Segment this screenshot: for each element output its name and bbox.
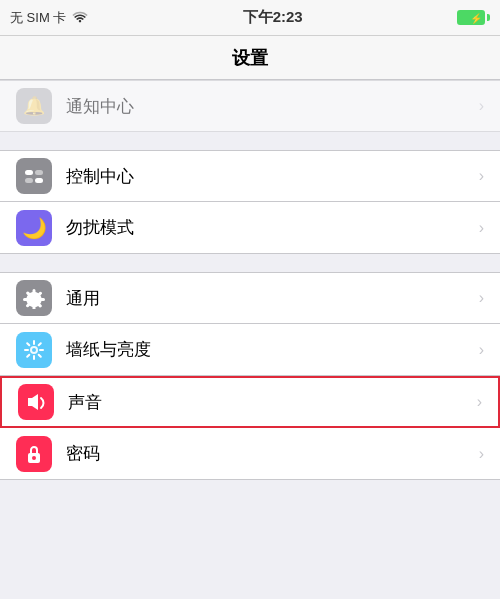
do-not-disturb-icon: 🌙 bbox=[16, 210, 52, 246]
list-item-do-not-disturb[interactable]: 🌙 勿扰模式 › bbox=[0, 202, 500, 254]
svg-rect-1 bbox=[35, 170, 43, 175]
sound-chevron: › bbox=[477, 393, 482, 411]
page-title: 设置 bbox=[232, 46, 268, 70]
wallpaper-chevron: › bbox=[479, 341, 484, 359]
general-label: 通用 bbox=[66, 287, 471, 310]
sound-icon bbox=[18, 384, 54, 420]
svg-point-17 bbox=[32, 456, 36, 460]
section-divider-2 bbox=[0, 254, 500, 272]
control-center-chevron: › bbox=[479, 167, 484, 185]
passcode-icon bbox=[16, 436, 52, 472]
svg-rect-3 bbox=[35, 178, 43, 183]
control-center-label: 控制中心 bbox=[66, 165, 471, 188]
list-item-general[interactable]: 通用 › bbox=[0, 272, 500, 324]
passcode-label: 密码 bbox=[66, 442, 471, 465]
control-center-icon bbox=[16, 158, 52, 194]
navigation-bar: 设置 bbox=[0, 36, 500, 80]
general-chevron: › bbox=[479, 289, 484, 307]
list-item-passcode[interactable]: 密码 › bbox=[0, 428, 500, 480]
status-left: 无 SIM 卡 bbox=[10, 9, 88, 27]
list-item-control-center[interactable]: 控制中心 › bbox=[0, 150, 500, 202]
svg-line-14 bbox=[27, 354, 29, 356]
battery-bolt: ⚡ bbox=[470, 12, 482, 23]
sim-text: 无 SIM 卡 bbox=[10, 9, 66, 27]
wifi-icon bbox=[72, 10, 88, 26]
section-notifications: 🔔 通知中心 › bbox=[0, 80, 500, 132]
wallpaper-icon bbox=[16, 332, 52, 368]
battery-tip bbox=[487, 14, 490, 21]
settings-list: 🔔 通知中心 › 控制中心 › 🌙 勿扰模式 bbox=[0, 80, 500, 480]
section-control: 控制中心 › 🌙 勿扰模式 › bbox=[0, 150, 500, 254]
svg-rect-2 bbox=[25, 178, 33, 183]
section-divider-1 bbox=[0, 132, 500, 150]
svg-line-11 bbox=[27, 343, 29, 345]
svg-line-12 bbox=[39, 354, 41, 356]
passcode-chevron: › bbox=[479, 445, 484, 463]
status-time: 下午2:23 bbox=[243, 8, 303, 27]
wallpaper-label: 墙纸与亮度 bbox=[66, 338, 471, 361]
svg-marker-15 bbox=[28, 394, 38, 410]
svg-point-6 bbox=[32, 348, 36, 352]
list-item-sound[interactable]: 声音 › bbox=[0, 376, 500, 428]
general-icon bbox=[16, 280, 52, 316]
list-item-notifications[interactable]: 🔔 通知中心 › bbox=[0, 80, 500, 132]
list-item-wallpaper[interactable]: 墙纸与亮度 › bbox=[0, 324, 500, 376]
battery-indicator: ⚡ bbox=[457, 10, 490, 25]
notifications-label: 通知中心 bbox=[66, 95, 471, 118]
notifications-icon: 🔔 bbox=[16, 88, 52, 124]
svg-rect-0 bbox=[25, 170, 33, 175]
do-not-disturb-label: 勿扰模式 bbox=[66, 216, 471, 239]
do-not-disturb-chevron: › bbox=[479, 219, 484, 237]
svg-line-13 bbox=[39, 343, 41, 345]
status-right: ⚡ bbox=[457, 10, 490, 25]
status-bar: 无 SIM 卡 下午2:23 ⚡ bbox=[0, 0, 500, 36]
sound-label: 声音 bbox=[68, 391, 469, 414]
battery-body: ⚡ bbox=[457, 10, 485, 25]
notifications-chevron: › bbox=[479, 97, 484, 115]
section-general: 通用 › 墙纸与亮度 › bbox=[0, 272, 500, 480]
